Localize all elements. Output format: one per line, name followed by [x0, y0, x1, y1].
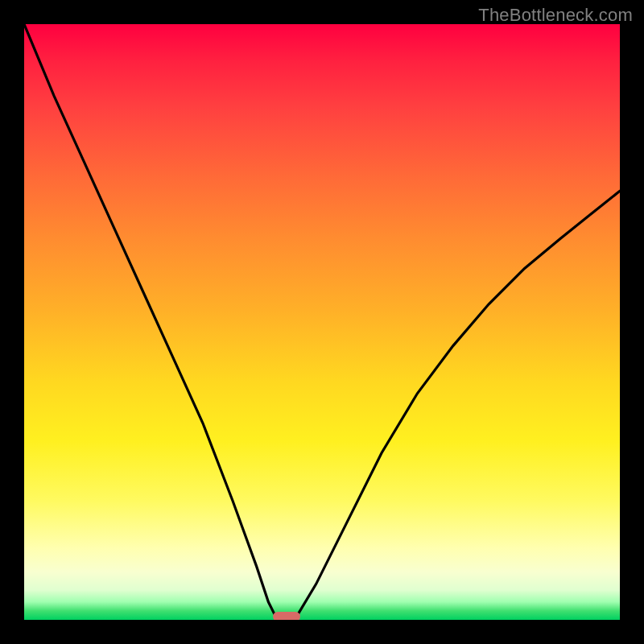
- curve-right-branch: [298, 191, 620, 613]
- bottleneck-curve: [24, 24, 620, 620]
- watermark-text: TheBottleneck.com: [478, 5, 633, 26]
- curve-left-branch: [24, 24, 275, 614]
- chart-frame: TheBottleneck.com: [0, 0, 644, 644]
- plot-area: [24, 24, 620, 620]
- minimum-marker: [273, 612, 300, 620]
